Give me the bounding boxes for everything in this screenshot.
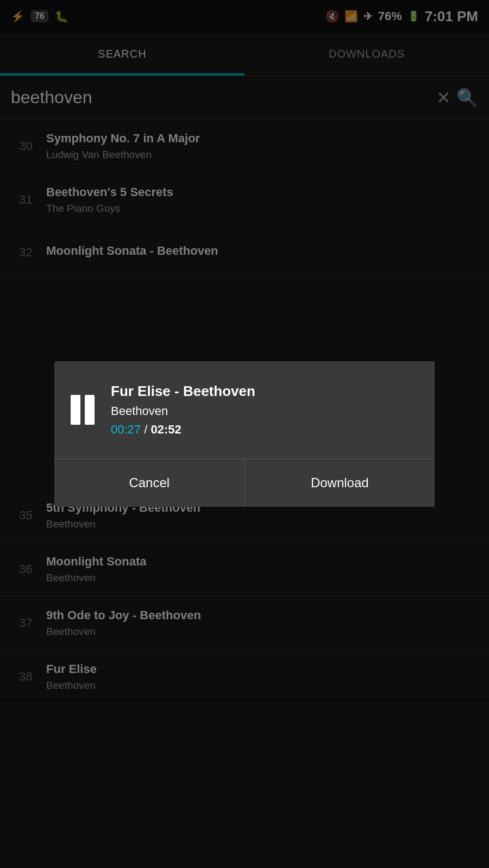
download-button[interactable]: Download: [245, 459, 435, 507]
pause-bar-right: [85, 395, 95, 425]
modal-info: Fur Elise - Beethoven Beethoven 00:27 / …: [111, 383, 418, 437]
modal-dialog: Fur Elise - Beethoven Beethoven 00:27 / …: [54, 361, 435, 507]
cancel-button[interactable]: Cancel: [54, 459, 244, 507]
modal-title: Fur Elise - Beethoven: [111, 383, 418, 400]
pause-icon: [71, 395, 95, 425]
modal-time: 00:27 / 02:52: [111, 423, 418, 437]
time-separator: /: [141, 423, 151, 436]
modal-footer: Cancel Download: [54, 458, 435, 507]
modal-body: Fur Elise - Beethoven Beethoven 00:27 / …: [54, 361, 435, 458]
total-time: 02:52: [151, 423, 181, 436]
modal-artist: Beethoven: [111, 404, 418, 418]
current-time: 00:27: [111, 423, 141, 436]
modal-overlay: Fur Elise - Beethoven Beethoven 00:27 / …: [0, 0, 489, 868]
pause-bar-left: [71, 395, 80, 425]
